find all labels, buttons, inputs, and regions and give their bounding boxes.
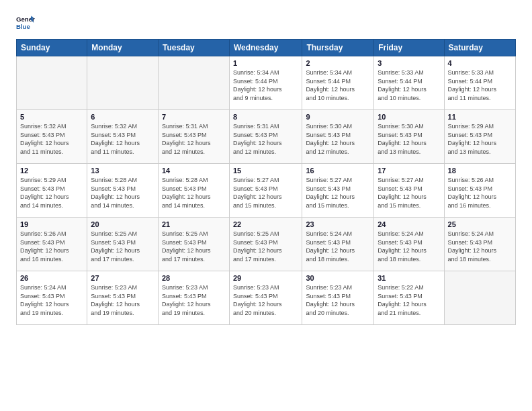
day-info: Sunrise: 5:23 AM Sunset: 5:43 PM Dayligh…: [91, 283, 154, 317]
day-number: 3: [378, 59, 440, 67]
day-cell: 12Sunrise: 5:29 AM Sunset: 5:43 PM Dayli…: [17, 164, 87, 218]
day-number: 28: [162, 274, 226, 282]
day-number: 25: [448, 220, 512, 228]
day-info: Sunrise: 5:31 AM Sunset: 5:43 PM Dayligh…: [233, 122, 298, 156]
day-info: Sunrise: 5:23 AM Sunset: 5:43 PM Dayligh…: [162, 283, 226, 317]
day-number: 16: [306, 167, 370, 175]
day-number: 14: [162, 167, 226, 175]
day-number: 4: [448, 59, 512, 67]
day-number: 18: [448, 167, 512, 175]
day-number: 1: [233, 59, 298, 67]
day-info: Sunrise: 5:25 AM Sunset: 5:43 PM Dayligh…: [162, 230, 226, 263]
day-cell: 11Sunrise: 5:29 AM Sunset: 5:43 PM Dayli…: [444, 110, 515, 164]
day-info: Sunrise: 5:27 AM Sunset: 5:43 PM Dayligh…: [306, 176, 370, 210]
day-cell: 6Sunrise: 5:32 AM Sunset: 5:43 PM Daylig…: [87, 110, 159, 164]
calendar-table: SundayMondayTuesdayWednesdayThursdayFrid…: [16, 39, 516, 325]
day-cell: [444, 271, 515, 325]
day-cell: [158, 56, 229, 110]
week-row-2: 5Sunrise: 5:32 AM Sunset: 5:43 PM Daylig…: [17, 110, 516, 164]
day-number: 9: [306, 113, 370, 121]
day-cell: 27Sunrise: 5:23 AM Sunset: 5:43 PM Dayli…: [87, 271, 159, 325]
page: General Blue SundayMondayTuesdayWednesda…: [0, 0, 532, 411]
day-info: Sunrise: 5:30 AM Sunset: 5:43 PM Dayligh…: [378, 122, 440, 156]
day-info: Sunrise: 5:24 AM Sunset: 5:43 PM Dayligh…: [20, 283, 83, 317]
day-info: Sunrise: 5:28 AM Sunset: 5:43 PM Dayligh…: [162, 176, 226, 210]
day-info: Sunrise: 5:27 AM Sunset: 5:43 PM Dayligh…: [233, 176, 298, 210]
weekday-header-sunday: Sunday: [17, 40, 87, 56]
weekday-header-thursday: Thursday: [302, 40, 374, 56]
header: General Blue: [16, 13, 516, 32]
week-row-4: 19Sunrise: 5:26 AM Sunset: 5:43 PM Dayli…: [17, 218, 516, 271]
day-info: Sunrise: 5:34 AM Sunset: 5:44 PM Dayligh…: [306, 68, 370, 102]
day-info: Sunrise: 5:31 AM Sunset: 5:43 PM Dayligh…: [162, 122, 226, 156]
day-number: 21: [162, 220, 226, 228]
day-info: Sunrise: 5:30 AM Sunset: 5:43 PM Dayligh…: [306, 122, 370, 156]
day-info: Sunrise: 5:28 AM Sunset: 5:43 PM Dayligh…: [91, 176, 154, 210]
day-info: Sunrise: 5:26 AM Sunset: 5:43 PM Dayligh…: [20, 230, 83, 263]
day-cell: 29Sunrise: 5:23 AM Sunset: 5:43 PM Dayli…: [229, 271, 302, 325]
day-number: 27: [91, 274, 154, 282]
day-number: 2: [306, 59, 370, 67]
day-info: Sunrise: 5:27 AM Sunset: 5:43 PM Dayligh…: [378, 176, 440, 210]
day-number: 17: [378, 167, 440, 175]
day-info: Sunrise: 5:25 AM Sunset: 5:43 PM Dayligh…: [233, 230, 298, 263]
day-number: 6: [91, 113, 154, 121]
day-info: Sunrise: 5:32 AM Sunset: 5:43 PM Dayligh…: [91, 122, 154, 156]
weekday-header-monday: Monday: [87, 40, 159, 56]
day-cell: 1Sunrise: 5:34 AM Sunset: 5:44 PM Daylig…: [229, 56, 302, 110]
day-cell: 24Sunrise: 5:24 AM Sunset: 5:43 PM Dayli…: [374, 218, 444, 271]
day-cell: [17, 56, 87, 110]
day-cell: 13Sunrise: 5:28 AM Sunset: 5:43 PM Dayli…: [87, 164, 159, 218]
day-info: Sunrise: 5:29 AM Sunset: 5:43 PM Dayligh…: [20, 176, 83, 210]
day-info: Sunrise: 5:23 AM Sunset: 5:43 PM Dayligh…: [306, 283, 370, 317]
weekday-header-friday: Friday: [374, 40, 444, 56]
day-cell: 8Sunrise: 5:31 AM Sunset: 5:43 PM Daylig…: [229, 110, 302, 164]
day-cell: 30Sunrise: 5:23 AM Sunset: 5:43 PM Dayli…: [302, 271, 374, 325]
day-cell: 5Sunrise: 5:32 AM Sunset: 5:43 PM Daylig…: [17, 110, 87, 164]
weekday-header-saturday: Saturday: [444, 40, 515, 56]
day-cell: 7Sunrise: 5:31 AM Sunset: 5:43 PM Daylig…: [158, 110, 229, 164]
day-number: 7: [162, 113, 226, 121]
logo-icon: General Blue: [16, 13, 35, 32]
weekday-header-row: SundayMondayTuesdayWednesdayThursdayFrid…: [17, 40, 516, 56]
weekday-header-wednesday: Wednesday: [229, 40, 302, 56]
day-cell: 2Sunrise: 5:34 AM Sunset: 5:44 PM Daylig…: [302, 56, 374, 110]
day-cell: 22Sunrise: 5:25 AM Sunset: 5:43 PM Dayli…: [229, 218, 302, 271]
logo: General Blue: [16, 13, 35, 32]
day-info: Sunrise: 5:33 AM Sunset: 5:44 PM Dayligh…: [378, 68, 440, 102]
day-number: 31: [378, 274, 440, 282]
day-number: 23: [306, 220, 370, 228]
day-cell: 9Sunrise: 5:30 AM Sunset: 5:43 PM Daylig…: [302, 110, 374, 164]
day-cell: 19Sunrise: 5:26 AM Sunset: 5:43 PM Dayli…: [17, 218, 87, 271]
day-info: Sunrise: 5:29 AM Sunset: 5:43 PM Dayligh…: [448, 122, 512, 156]
day-cell: 25Sunrise: 5:24 AM Sunset: 5:43 PM Dayli…: [444, 218, 515, 271]
day-number: 11: [448, 113, 512, 121]
day-info: Sunrise: 5:22 AM Sunset: 5:43 PM Dayligh…: [378, 283, 440, 317]
day-number: 29: [233, 274, 298, 282]
day-info: Sunrise: 5:24 AM Sunset: 5:43 PM Dayligh…: [306, 230, 370, 263]
day-info: Sunrise: 5:32 AM Sunset: 5:43 PM Dayligh…: [20, 122, 83, 156]
day-cell: 16Sunrise: 5:27 AM Sunset: 5:43 PM Dayli…: [302, 164, 374, 218]
day-number: 24: [378, 220, 440, 228]
day-cell: 23Sunrise: 5:24 AM Sunset: 5:43 PM Dayli…: [302, 218, 374, 271]
day-info: Sunrise: 5:34 AM Sunset: 5:44 PM Dayligh…: [233, 68, 298, 102]
week-row-3: 12Sunrise: 5:29 AM Sunset: 5:43 PM Dayli…: [17, 164, 516, 218]
day-info: Sunrise: 5:24 AM Sunset: 5:43 PM Dayligh…: [448, 230, 512, 263]
day-info: Sunrise: 5:33 AM Sunset: 5:44 PM Dayligh…: [448, 68, 512, 102]
day-cell: 3Sunrise: 5:33 AM Sunset: 5:44 PM Daylig…: [374, 56, 444, 110]
day-number: 22: [233, 220, 298, 228]
day-info: Sunrise: 5:23 AM Sunset: 5:43 PM Dayligh…: [233, 283, 298, 317]
week-row-5: 26Sunrise: 5:24 AM Sunset: 5:43 PM Dayli…: [17, 271, 516, 325]
day-number: 26: [20, 274, 83, 282]
day-cell: [87, 56, 159, 110]
day-cell: 28Sunrise: 5:23 AM Sunset: 5:43 PM Dayli…: [158, 271, 229, 325]
day-cell: 18Sunrise: 5:26 AM Sunset: 5:43 PM Dayli…: [444, 164, 515, 218]
day-cell: 20Sunrise: 5:25 AM Sunset: 5:43 PM Dayli…: [87, 218, 159, 271]
svg-text:Blue: Blue: [16, 23, 30, 30]
day-number: 8: [233, 113, 298, 121]
day-info: Sunrise: 5:26 AM Sunset: 5:43 PM Dayligh…: [448, 176, 512, 210]
day-cell: 10Sunrise: 5:30 AM Sunset: 5:43 PM Dayli…: [374, 110, 444, 164]
week-row-1: 1Sunrise: 5:34 AM Sunset: 5:44 PM Daylig…: [17, 56, 516, 110]
day-number: 5: [20, 113, 83, 121]
day-cell: 15Sunrise: 5:27 AM Sunset: 5:43 PM Dayli…: [229, 164, 302, 218]
